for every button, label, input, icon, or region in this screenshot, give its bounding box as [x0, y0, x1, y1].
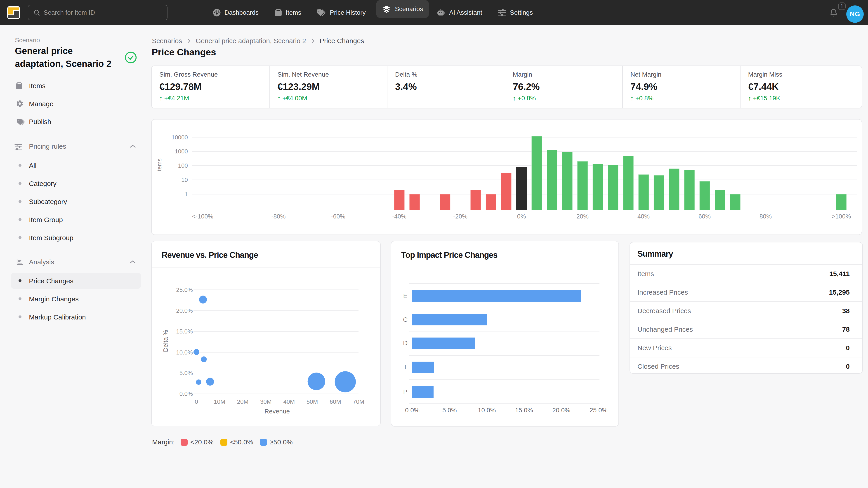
svg-text:1000: 1000 — [175, 148, 188, 155]
svg-text:10.0%: 10.0% — [176, 349, 193, 356]
svg-text:-40%: -40% — [392, 213, 406, 220]
svg-text:20.0%: 20.0% — [552, 407, 570, 414]
svg-text:5.0%: 5.0% — [442, 407, 457, 414]
svg-text:25.0%: 25.0% — [176, 287, 193, 293]
svg-text:0: 0 — [195, 398, 198, 405]
svg-text:80%: 80% — [760, 213, 772, 220]
svg-text:60%: 60% — [699, 213, 711, 220]
svg-text:Delta %: Delta % — [162, 330, 169, 352]
svg-text:10M: 10M — [214, 398, 225, 405]
svg-text:15.0%: 15.0% — [176, 328, 193, 335]
svg-text:20%: 20% — [577, 213, 589, 220]
svg-text:5.0%: 5.0% — [180, 369, 193, 377]
svg-text:1: 1 — [185, 191, 188, 198]
svg-text:D: D — [403, 339, 408, 347]
svg-text:40M: 40M — [283, 398, 295, 405]
svg-text:0.0%: 0.0% — [180, 390, 193, 397]
svg-text:0.0%: 0.0% — [405, 407, 420, 414]
svg-text:0%: 0% — [517, 213, 526, 220]
svg-text:10000: 10000 — [172, 134, 188, 141]
svg-text:40%: 40% — [638, 213, 650, 220]
svg-text:C: C — [403, 316, 408, 323]
svg-text:-20%: -20% — [453, 213, 467, 220]
svg-text:100: 100 — [178, 162, 188, 169]
svg-text:20M: 20M — [237, 398, 249, 405]
svg-text:50M: 50M — [307, 398, 318, 405]
svg-text:25.0%: 25.0% — [590, 407, 608, 414]
svg-text:E: E — [403, 292, 408, 299]
svg-text:10: 10 — [181, 176, 188, 183]
svg-text:70M: 70M — [353, 398, 364, 405]
svg-text:30M: 30M — [260, 398, 272, 405]
svg-text:10.0%: 10.0% — [478, 407, 496, 414]
svg-text:<-100%: <-100% — [192, 213, 213, 220]
svg-text:-80%: -80% — [271, 213, 285, 220]
svg-text:>100%: >100% — [832, 213, 851, 220]
svg-text:Items: Items — [156, 158, 163, 173]
svg-text:15.0%: 15.0% — [515, 407, 533, 414]
svg-text:60M: 60M — [330, 398, 341, 405]
svg-text:I: I — [404, 364, 406, 371]
svg-text:Revenue: Revenue — [265, 408, 290, 415]
svg-text:-60%: -60% — [331, 213, 345, 220]
svg-text:20.0%: 20.0% — [176, 307, 193, 314]
svg-text:P: P — [403, 388, 408, 395]
